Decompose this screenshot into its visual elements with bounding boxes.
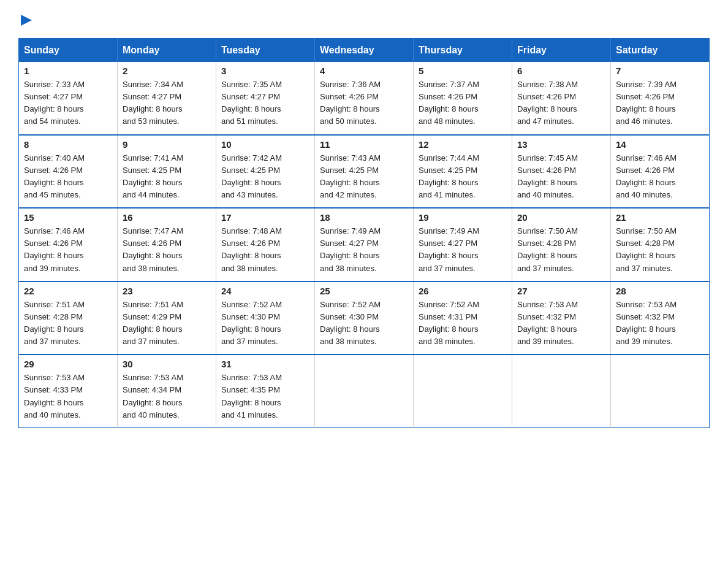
- calendar-cell: 22 Sunrise: 7:51 AM Sunset: 4:28 PM Dayl…: [19, 282, 118, 355]
- calendar-cell: 16 Sunrise: 7:47 AM Sunset: 4:26 PM Dayl…: [118, 208, 216, 282]
- calendar-cell: 9 Sunrise: 7:41 AM Sunset: 4:25 PM Dayli…: [118, 135, 216, 209]
- calendar-cell: 31 Sunrise: 7:53 AM Sunset: 4:35 PM Dayl…: [216, 354, 315, 427]
- day-info: Sunrise: 7:53 AM Sunset: 4:32 PM Dayligh…: [616, 299, 704, 348]
- day-number: 30: [123, 359, 211, 369]
- header-sunday: Sunday: [19, 39, 118, 63]
- day-number: 10: [221, 139, 309, 150]
- day-number: 14: [616, 139, 704, 150]
- calendar-cell: 10 Sunrise: 7:42 AM Sunset: 4:25 PM Dayl…: [216, 135, 315, 209]
- day-number: 21: [616, 212, 704, 223]
- day-number: 19: [419, 212, 507, 223]
- day-number: 1: [24, 66, 112, 76]
- day-number: 11: [320, 139, 408, 150]
- day-info: Sunrise: 7:49 AM Sunset: 4:27 PM Dayligh…: [320, 225, 408, 275]
- header-row: SundayMondayTuesdayWednesdayThursdayFrid…: [19, 39, 710, 63]
- day-number: 2: [123, 66, 211, 76]
- day-info: Sunrise: 7:48 AM Sunset: 4:26 PM Dayligh…: [221, 225, 309, 275]
- week-row-4: 22 Sunrise: 7:51 AM Sunset: 4:28 PM Dayl…: [19, 282, 710, 355]
- day-info: Sunrise: 7:51 AM Sunset: 4:29 PM Dayligh…: [123, 299, 211, 348]
- calendar-cell: 20 Sunrise: 7:50 AM Sunset: 4:28 PM Dayl…: [512, 208, 611, 282]
- day-info: Sunrise: 7:44 AM Sunset: 4:25 PM Dayligh…: [419, 152, 507, 202]
- day-number: 12: [419, 139, 507, 150]
- day-number: 31: [221, 359, 309, 369]
- calendar-cell: [512, 354, 611, 427]
- calendar-cell: 21 Sunrise: 7:50 AM Sunset: 4:28 PM Dayl…: [611, 208, 710, 282]
- day-number: 13: [517, 139, 605, 150]
- calendar-cell: 13 Sunrise: 7:45 AM Sunset: 4:26 PM Dayl…: [512, 135, 611, 209]
- day-info: Sunrise: 7:50 AM Sunset: 4:28 PM Dayligh…: [517, 225, 605, 275]
- day-info: Sunrise: 7:47 AM Sunset: 4:26 PM Dayligh…: [123, 225, 211, 275]
- day-number: 17: [221, 212, 309, 223]
- day-info: Sunrise: 7:42 AM Sunset: 4:25 PM Dayligh…: [221, 152, 309, 202]
- header-friday: Friday: [512, 39, 611, 63]
- calendar-cell: 1 Sunrise: 7:33 AM Sunset: 4:27 PM Dayli…: [19, 62, 118, 135]
- day-number: 18: [320, 212, 408, 223]
- day-number: 4: [320, 66, 408, 76]
- day-info: Sunrise: 7:52 AM Sunset: 4:31 PM Dayligh…: [419, 299, 507, 348]
- calendar-cell: 14 Sunrise: 7:46 AM Sunset: 4:26 PM Dayl…: [611, 135, 710, 209]
- calendar-header: SundayMondayTuesdayWednesdayThursdayFrid…: [19, 39, 710, 63]
- calendar-cell: 15 Sunrise: 7:46 AM Sunset: 4:26 PM Dayl…: [19, 208, 118, 282]
- logo-arrow-icon: [20, 13, 33, 27]
- day-info: Sunrise: 7:39 AM Sunset: 4:26 PM Dayligh…: [616, 79, 704, 128]
- week-row-3: 15 Sunrise: 7:46 AM Sunset: 4:26 PM Dayl…: [19, 208, 710, 282]
- day-number: 7: [616, 66, 704, 76]
- day-info: Sunrise: 7:34 AM Sunset: 4:27 PM Dayligh…: [123, 79, 211, 128]
- calendar-cell: 30 Sunrise: 7:53 AM Sunset: 4:34 PM Dayl…: [118, 354, 216, 427]
- calendar-cell: 6 Sunrise: 7:38 AM Sunset: 4:26 PM Dayli…: [512, 62, 611, 135]
- day-number: 24: [221, 286, 309, 296]
- day-info: Sunrise: 7:50 AM Sunset: 4:28 PM Dayligh…: [616, 225, 704, 275]
- day-info: Sunrise: 7:45 AM Sunset: 4:26 PM Dayligh…: [517, 152, 605, 202]
- calendar-cell: 23 Sunrise: 7:51 AM Sunset: 4:29 PM Dayl…: [118, 282, 216, 355]
- header-saturday: Saturday: [611, 39, 710, 63]
- day-number: 23: [123, 286, 211, 296]
- day-info: Sunrise: 7:53 AM Sunset: 4:34 PM Dayligh…: [123, 372, 211, 421]
- calendar-cell: [414, 354, 512, 427]
- logo: [18, 12, 33, 27]
- day-number: 25: [320, 286, 408, 296]
- week-row-1: 1 Sunrise: 7:33 AM Sunset: 4:27 PM Dayli…: [19, 62, 710, 135]
- day-info: Sunrise: 7:53 AM Sunset: 4:32 PM Dayligh…: [517, 299, 605, 348]
- day-number: 29: [24, 359, 112, 369]
- day-number: 6: [517, 66, 605, 76]
- calendar-cell: 26 Sunrise: 7:52 AM Sunset: 4:31 PM Dayl…: [414, 282, 512, 355]
- calendar-cell: [315, 354, 414, 427]
- calendar-cell: 7 Sunrise: 7:39 AM Sunset: 4:26 PM Dayli…: [611, 62, 710, 135]
- calendar-cell: 4 Sunrise: 7:36 AM Sunset: 4:26 PM Dayli…: [315, 62, 414, 135]
- calendar-cell: 12 Sunrise: 7:44 AM Sunset: 4:25 PM Dayl…: [414, 135, 512, 209]
- day-info: Sunrise: 7:49 AM Sunset: 4:27 PM Dayligh…: [419, 225, 507, 275]
- calendar-cell: 11 Sunrise: 7:43 AM Sunset: 4:25 PM Dayl…: [315, 135, 414, 209]
- day-number: 20: [517, 212, 605, 223]
- header-thursday: Thursday: [414, 39, 512, 63]
- calendar-body: 1 Sunrise: 7:33 AM Sunset: 4:27 PM Dayli…: [19, 62, 710, 427]
- day-info: Sunrise: 7:40 AM Sunset: 4:26 PM Dayligh…: [24, 152, 112, 202]
- week-row-5: 29 Sunrise: 7:53 AM Sunset: 4:33 PM Dayl…: [19, 354, 710, 427]
- week-row-2: 8 Sunrise: 7:40 AM Sunset: 4:26 PM Dayli…: [19, 135, 710, 209]
- calendar-cell: 25 Sunrise: 7:52 AM Sunset: 4:30 PM Dayl…: [315, 282, 414, 355]
- day-info: Sunrise: 7:53 AM Sunset: 4:35 PM Dayligh…: [221, 372, 309, 421]
- calendar-cell: 18 Sunrise: 7:49 AM Sunset: 4:27 PM Dayl…: [315, 208, 414, 282]
- svg-marker-0: [21, 15, 32, 26]
- page-header: [18, 12, 710, 27]
- calendar-cell: [611, 354, 710, 427]
- day-number: 22: [24, 286, 112, 296]
- day-number: 5: [419, 66, 507, 76]
- day-info: Sunrise: 7:37 AM Sunset: 4:26 PM Dayligh…: [419, 79, 507, 128]
- day-number: 28: [616, 286, 704, 296]
- day-info: Sunrise: 7:41 AM Sunset: 4:25 PM Dayligh…: [123, 152, 211, 202]
- day-info: Sunrise: 7:52 AM Sunset: 4:30 PM Dayligh…: [320, 299, 408, 348]
- calendar-cell: 17 Sunrise: 7:48 AM Sunset: 4:26 PM Dayl…: [216, 208, 315, 282]
- day-info: Sunrise: 7:43 AM Sunset: 4:25 PM Dayligh…: [320, 152, 408, 202]
- day-number: 9: [123, 139, 211, 150]
- calendar-cell: 8 Sunrise: 7:40 AM Sunset: 4:26 PM Dayli…: [19, 135, 118, 209]
- day-number: 16: [123, 212, 211, 223]
- header-wednesday: Wednesday: [315, 39, 414, 63]
- header-tuesday: Tuesday: [216, 39, 315, 63]
- day-info: Sunrise: 7:53 AM Sunset: 4:33 PM Dayligh…: [24, 372, 112, 421]
- calendar-cell: 3 Sunrise: 7:35 AM Sunset: 4:27 PM Dayli…: [216, 62, 315, 135]
- calendar-cell: 28 Sunrise: 7:53 AM Sunset: 4:32 PM Dayl…: [611, 282, 710, 355]
- day-info: Sunrise: 7:35 AM Sunset: 4:27 PM Dayligh…: [221, 79, 309, 128]
- day-number: 15: [24, 212, 112, 223]
- day-number: 27: [517, 286, 605, 296]
- calendar-cell: 5 Sunrise: 7:37 AM Sunset: 4:26 PM Dayli…: [414, 62, 512, 135]
